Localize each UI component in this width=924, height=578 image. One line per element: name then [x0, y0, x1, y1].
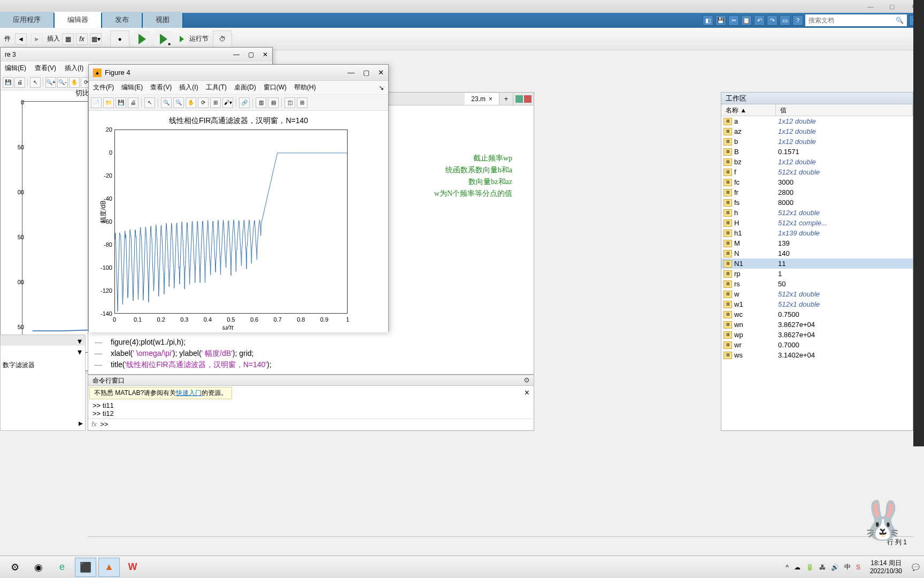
print-icon[interactable]: 🖨 — [128, 97, 138, 108]
editor-tab[interactable]: 23.m × — [465, 93, 499, 105]
workspace-var-row[interactable]: ⊞h512x1 double — [721, 208, 913, 218]
tab-view[interactable]: 视图 — [143, 12, 182, 28]
run-timer-icon[interactable]: ⏱ — [213, 31, 232, 48]
doc-search-box[interactable]: 🔍 — [805, 14, 907, 26]
insert-menu-icon[interactable]: ▦▾ — [90, 33, 102, 45]
taskbar-obs[interactable]: ◉ — [28, 558, 49, 577]
zoomout-icon[interactable]: 🔍 — [173, 97, 184, 108]
workspace-var-row[interactable]: ⊞N140 — [721, 248, 913, 258]
tab-application[interactable]: 应用程序 — [0, 12, 53, 28]
legend-icon[interactable]: ▤ — [268, 97, 279, 108]
fig3-minimize[interactable]: — — [233, 51, 240, 58]
new-tab-button[interactable]: + — [499, 93, 513, 105]
layout-icon-1[interactable]: ◫ — [284, 97, 295, 108]
workspace-var-row[interactable]: ⊞B0.1571 — [721, 147, 913, 157]
ribbon-icon-7[interactable]: ▭ — [780, 15, 790, 26]
rotate-icon[interactable]: ⟳ — [198, 97, 209, 108]
fig3-zoomout-icon[interactable]: 🔍- — [57, 77, 68, 88]
fig3-pointer-icon[interactable]: ↖ — [30, 77, 41, 88]
fig4-menu-file[interactable]: 文件(F) — [93, 83, 114, 92]
fig4-menu-tools[interactable]: 工具(T) — [206, 83, 227, 92]
fwd-icon[interactable]: ► — [31, 33, 43, 45]
workspace-var-row[interactable]: ⊞rp1 — [721, 269, 913, 279]
tray-up-icon[interactable]: ^ — [786, 564, 789, 571]
run-advance-button[interactable]: ▸ — [155, 31, 172, 48]
tray-onedrive-icon[interactable]: ☁ — [794, 564, 800, 571]
fig4-maximize[interactable]: ▢ — [363, 69, 369, 77]
workspace-var-row[interactable]: ⊞fr2800 — [721, 187, 913, 197]
fig4-menu-edit[interactable]: 编辑(E) — [121, 83, 143, 92]
tray-ime-icon[interactable]: 中 — [844, 562, 851, 572]
fig4-menu-view[interactable]: 查看(V) — [150, 83, 172, 92]
col-name-header[interactable]: 名称 ▲ — [721, 104, 776, 116]
fig3-menu-view[interactable]: 查看(V) — [35, 64, 56, 73]
fig4-menu-help[interactable]: 帮助(H) — [294, 83, 316, 92]
workspace-var-row[interactable]: ⊞wr0.7000 — [721, 340, 913, 350]
fig3-menu-edit[interactable]: 编辑(E) — [5, 64, 26, 73]
breakpoint-icon[interactable]: ● — [110, 31, 129, 48]
workspace-var-row[interactable]: ⊞fs8000 — [721, 197, 913, 208]
fig3-menu-insert[interactable]: 插入(I) — [65, 64, 83, 73]
tray-volume-icon[interactable]: 🔊 — [831, 564, 839, 571]
tray-battery-icon[interactable]: 🔋 — [806, 564, 814, 571]
pointer-icon[interactable]: ↖ — [144, 97, 155, 108]
panel-expand-icon[interactable]: ▸ — [79, 418, 83, 428]
open-icon[interactable]: 📁 — [103, 97, 114, 108]
brush-icon[interactable]: 🖌▾ — [222, 97, 233, 108]
quick-start-link[interactable]: 快速入门 — [176, 389, 202, 397]
col-value-header[interactable]: 值 — [776, 104, 913, 116]
fig4-minimize[interactable]: — — [348, 69, 355, 77]
workspace-var-row[interactable]: ⊞b1x12 double — [721, 136, 913, 147]
run-section-icon[interactable] — [176, 34, 187, 44]
editor-code-visible[interactable]: —figure(4);plot(w1./pi,h); —xlabel(' \om… — [88, 334, 534, 375]
save-icon[interactable]: 💾 — [116, 97, 126, 108]
fx-icon[interactable]: fx — [76, 33, 88, 45]
workspace-var-row[interactable]: ⊞wc0.7500 — [721, 309, 913, 320]
workspace-var-row[interactable]: ⊞w1512x1 double — [721, 299, 913, 309]
doc-search-input[interactable] — [808, 17, 896, 24]
ribbon-icon-3[interactable]: ✂ — [728, 15, 739, 26]
fig3-pan-icon[interactable]: ✋ — [69, 77, 80, 88]
workspace-var-row[interactable]: ⊞rs50 — [721, 279, 913, 289]
dock-icon[interactable] — [515, 95, 523, 103]
fig4-menu-desktop[interactable]: 桌面(D) — [234, 83, 256, 92]
ribbon-icon-6[interactable]: ↷ — [767, 15, 777, 26]
workspace-var-row[interactable]: ⊞bz1x12 double — [721, 157, 913, 167]
fig3-zoomin-icon[interactable]: 🔍+ — [45, 77, 56, 88]
taskbar-matlab[interactable]: ▲ — [98, 558, 120, 577]
workspace-var-row[interactable]: ⊞a1x12 double — [721, 116, 913, 126]
workspace-var-row[interactable]: ⊞M139 — [721, 238, 913, 248]
ribbon-icon-5[interactable]: ↶ — [754, 15, 765, 26]
fig4-close[interactable]: ✕ — [378, 69, 384, 77]
workspace-var-row[interactable]: ⊞wn3.8627e+04 — [721, 320, 913, 330]
fig4-menu-insert[interactable]: 插入(I) — [179, 83, 198, 92]
banner-close-icon[interactable]: × — [520, 386, 534, 400]
colorbar-icon[interactable]: ▥ — [256, 97, 266, 108]
tray-app-icon[interactable]: S — [856, 564, 860, 571]
workspace-body[interactable]: ⊞a1x12 double⊞az1x12 double⊞b1x12 double… — [721, 116, 913, 431]
tray-notifications-icon[interactable]: 💬 — [912, 564, 920, 571]
fig4-menu-more[interactable]: ↘ — [379, 84, 384, 92]
panel-dropdown-icon[interactable]: ▾ — [78, 347, 82, 355]
figure-3-titlebar[interactable]: re 3 — ▢ ✕ — [1, 48, 272, 62]
fig4-menu-window[interactable]: 窗口(W) — [264, 83, 287, 92]
tab-editor[interactable]: 编辑器 — [55, 12, 101, 28]
chart-axes[interactable] — [114, 130, 348, 314]
workspace-var-row[interactable]: ⊞H512x1 comple... — [721, 218, 913, 228]
cmd-opts-icon[interactable]: ⊙ — [524, 376, 529, 384]
maximize-button[interactable]: ▢ — [886, 2, 898, 11]
datacursor-icon[interactable]: ⊞ — [210, 97, 221, 108]
link-icon[interactable]: 🔗 — [239, 97, 250, 108]
panel-item[interactable]: 数字滤波器 — [1, 356, 85, 374]
panel-dropdown-icon[interactable]: ▾ — [78, 336, 82, 345]
pan-icon[interactable]: ✋ — [186, 97, 196, 108]
layout-icon-2[interactable]: ⊞ — [297, 97, 307, 108]
insert-section-icon[interactable]: ▦ — [62, 33, 74, 45]
help-icon[interactable]: ? — [792, 15, 803, 26]
run-button[interactable] — [134, 31, 151, 48]
taskbar-ie[interactable]: e — [51, 558, 73, 577]
fig3-maximize[interactable]: ▢ — [248, 51, 254, 58]
fig3-print-icon[interactable]: 🖨 — [14, 77, 25, 88]
run-section-label[interactable]: 运行节 — [189, 34, 209, 43]
workspace-var-row[interactable]: ⊞wp3.8627e+04 — [721, 330, 913, 340]
